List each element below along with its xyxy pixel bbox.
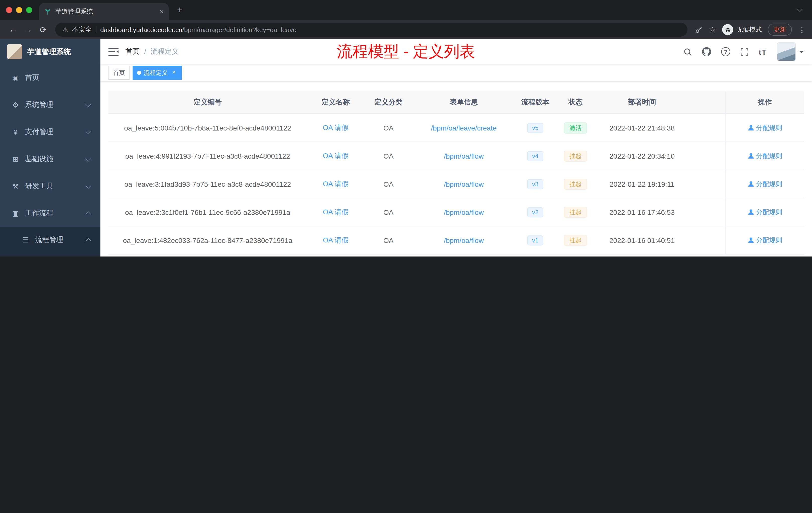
assign-rule-link[interactable]: 分配规则 xyxy=(748,208,782,217)
font-size-icon[interactable] xyxy=(759,48,767,56)
assign-rule-link[interactable]: 分配规则 xyxy=(748,123,782,132)
sidebar-item[interactable]: 基础设施 xyxy=(0,146,100,173)
table-row: oa_leave:4:991f2193-7b7f-11ec-a3c8-acde4… xyxy=(109,142,804,170)
tag-label: 首页 xyxy=(113,68,125,77)
forward-button[interactable] xyxy=(21,23,35,37)
url-host: dashboard.yudao.iocoder.cn xyxy=(100,26,182,33)
breadcrumb-separator: / xyxy=(144,48,146,56)
row-spacer xyxy=(689,142,725,170)
table-row: oa_leave:5:004b710b-7b8a-11ec-8ef0-acde4… xyxy=(109,114,804,142)
bookmark-star-icon[interactable] xyxy=(709,25,716,34)
definition-category: OA xyxy=(365,114,412,142)
table-body: oa_leave:5:004b710b-7b8a-11ec-8ef0-acde4… xyxy=(109,114,804,254)
tag-label: 流程定义 xyxy=(144,68,168,77)
reload-button[interactable] xyxy=(36,23,50,37)
assign-rule-link[interactable]: 分配规则 xyxy=(748,236,782,245)
browser-window: 芋道管理系统 不安全 dashboard.yudao.iocoder.cn/bp… xyxy=(0,0,812,256)
header-form-info: 表单信息 xyxy=(412,91,515,114)
definition-name-link[interactable]: OA 请假 xyxy=(323,208,349,217)
tab-favicon-icon xyxy=(44,8,51,15)
definition-name-link[interactable]: OA 请假 xyxy=(323,179,349,188)
menu-chevron-icon xyxy=(86,212,91,217)
sidebar-item[interactable]: 流程管理 xyxy=(0,227,100,253)
definition-category: OA xyxy=(365,198,412,226)
avatar-caret-icon xyxy=(799,51,804,56)
sidebar-fold-icon[interactable] xyxy=(109,48,118,56)
tag[interactable]: 流程定义 xyxy=(133,66,182,80)
zoom-window-button[interactable] xyxy=(26,7,32,13)
help-icon[interactable] xyxy=(721,47,730,56)
table-row: oa_leave:1:482ec033-762a-11ec-8477-a2380… xyxy=(109,227,804,254)
menu-chevron-icon xyxy=(86,156,91,161)
tab-search-chevron-icon[interactable] xyxy=(797,6,803,12)
definition-id: oa_leave:5:004b710b-7b8a-11ec-8ef0-acde4… xyxy=(109,114,307,142)
address-bar[interactable]: 不安全 dashboard.yudao.iocoder.cn/bpm/manag… xyxy=(55,23,687,37)
menu-chevron-icon xyxy=(86,128,91,134)
menu-label: 首页 xyxy=(25,73,91,82)
github-icon[interactable] xyxy=(702,47,711,56)
table-header: 定义编号 定义名称 定义分类 表单信息 流程版本 状态 部署时间 操作 xyxy=(109,91,804,114)
menu-label: 工作流程 xyxy=(25,209,86,218)
menu-label: 研发工具 xyxy=(25,182,86,191)
sidebar-logo[interactable]: 芋道管理系统 xyxy=(0,39,100,64)
definition-id: oa_leave:3:1fad3d93-7b75-11ec-a3c8-acde4… xyxy=(109,170,307,198)
sidebar-item[interactable]: 支付管理 xyxy=(0,118,100,146)
tab-close-icon[interactable] xyxy=(160,7,164,16)
user-avatar-menu[interactable] xyxy=(777,42,804,61)
definition-category: OA xyxy=(365,227,412,254)
sidebar-item[interactable]: 系统管理 xyxy=(0,91,100,118)
assign-rule-label: 分配规则 xyxy=(756,236,782,245)
version-tag: v4 xyxy=(527,151,543,161)
browser-toolbar: 不安全 dashboard.yudao.iocoder.cn/bpm/manag… xyxy=(0,20,812,39)
menu-icon xyxy=(10,209,21,217)
sidebar-item[interactable]: 工作流程 xyxy=(0,200,100,227)
browser-menu-icon[interactable] xyxy=(798,25,806,34)
update-button[interactable]: 更新 xyxy=(768,24,792,36)
incognito-icon xyxy=(722,24,733,35)
form-info-link[interactable]: /bpm/oa/flow xyxy=(444,236,484,244)
minimize-window-button[interactable] xyxy=(16,7,22,13)
tag[interactable]: 首页 xyxy=(109,66,129,80)
assign-rule-link[interactable]: 分配规则 xyxy=(748,179,782,188)
form-info-link[interactable]: /bpm/oa/flow xyxy=(444,152,484,160)
sidebar-item[interactable]: 首页 xyxy=(0,64,100,91)
menu-chevron-icon xyxy=(86,183,91,188)
sidebar-item[interactable]: 流程表单 xyxy=(0,253,100,256)
app-root: 芋道管理系统 首页 系统管理 xyxy=(0,39,812,256)
menu-label: 支付管理 xyxy=(25,127,86,137)
security-warning-icon[interactable] xyxy=(62,26,68,33)
sidebar-menu: 首页 系统管理 支付管理 xyxy=(0,64,100,256)
status-tag: 挂起 xyxy=(564,150,587,161)
tags-bar: 首页 流程定义 xyxy=(100,64,812,81)
definition-name-link[interactable]: OA 请假 xyxy=(323,151,349,160)
content-area: 首页 / 流程定义 xyxy=(100,39,812,256)
table-row: oa_leave:3:1fad3d93-7b75-11ec-a3c8-acde4… xyxy=(109,170,804,198)
url-text: dashboard.yudao.iocoder.cn/bpm/manager/d… xyxy=(100,26,296,33)
new-tab-button[interactable] xyxy=(173,3,187,17)
assign-rule-label: 分配规则 xyxy=(756,179,782,188)
tag-close-icon[interactable] xyxy=(170,69,177,76)
back-button[interactable] xyxy=(6,23,20,37)
definition-name-link[interactable]: OA 请假 xyxy=(323,123,349,132)
row-spacer xyxy=(689,170,725,198)
header-deploy-time: 部署时间 xyxy=(596,91,689,114)
browser-tab[interactable]: 芋道管理系统 xyxy=(39,3,169,20)
form-info-link[interactable]: /bpm/oa/leave/create xyxy=(431,124,497,132)
definition-name-link[interactable]: OA 请假 xyxy=(323,236,349,245)
deploy-time: 2022-01-16 17:46:53 xyxy=(596,198,689,226)
search-icon[interactable] xyxy=(684,48,692,56)
header-definition-id: 定义编号 xyxy=(109,91,307,114)
close-window-button[interactable] xyxy=(6,7,12,13)
definition-category: OA xyxy=(365,142,412,170)
fullscreen-icon[interactable] xyxy=(740,48,749,56)
person-icon xyxy=(748,209,754,215)
assign-rule-link[interactable]: 分配规则 xyxy=(748,151,782,160)
form-info-link[interactable]: /bpm/oa/flow xyxy=(444,180,484,188)
breadcrumb-home[interactable]: 首页 xyxy=(125,47,140,56)
sidebar-item[interactable]: 研发工具 xyxy=(0,173,100,200)
header-definition-category: 定义分类 xyxy=(365,91,412,114)
form-info-link[interactable]: /bpm/oa/flow xyxy=(444,208,484,216)
sidebar: 芋道管理系统 首页 系统管理 xyxy=(0,39,100,256)
password-key-icon[interactable] xyxy=(694,25,703,34)
url-path: /bpm/manager/definition?key=oa_leave xyxy=(182,26,296,33)
